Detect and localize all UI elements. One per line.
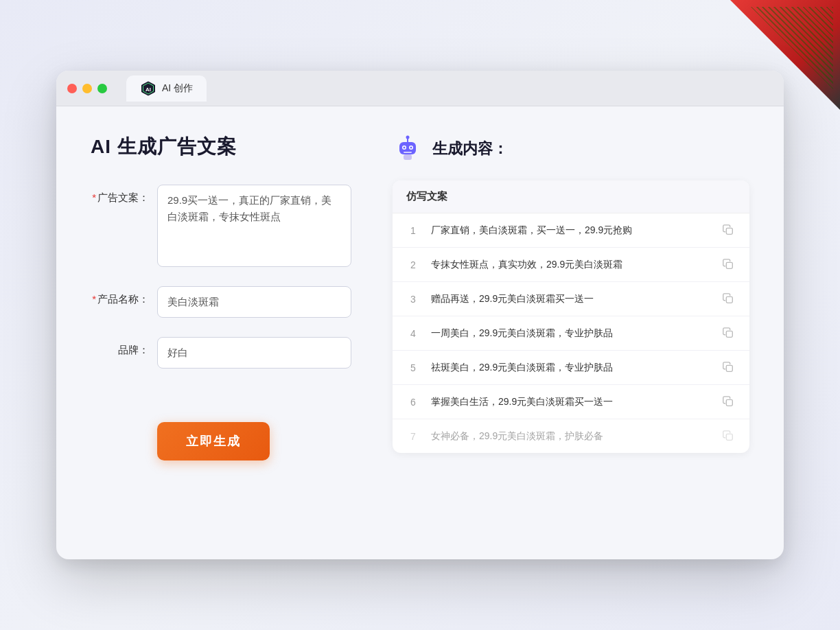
right-title: 生成内容： bbox=[432, 139, 508, 159]
robot-icon bbox=[393, 134, 423, 164]
maximize-button[interactable] bbox=[97, 84, 107, 93]
required-star-product: * bbox=[92, 293, 96, 305]
svg-point-4 bbox=[406, 136, 410, 139]
row-text: 祛斑美白，29.9元美白淡斑霜，专业护肤品 bbox=[431, 360, 711, 375]
brand-input[interactable] bbox=[157, 337, 351, 369]
copy-icon[interactable] bbox=[722, 292, 736, 306]
row-number: 2 bbox=[406, 259, 420, 270]
required-star: * bbox=[92, 191, 96, 203]
svg-rect-15 bbox=[726, 331, 732, 337]
ad-copy-input[interactable] bbox=[157, 185, 351, 267]
title-bar: AI AI 创作 bbox=[56, 71, 784, 106]
tab-title: AI 创作 bbox=[162, 82, 193, 95]
table-row: 1厂家直销，美白淡斑霜，买一送一，29.9元抢购 bbox=[393, 213, 749, 248]
svg-rect-13 bbox=[726, 262, 732, 268]
row-number: 4 bbox=[406, 328, 420, 339]
row-number: 6 bbox=[406, 397, 420, 408]
copy-icon[interactable] bbox=[722, 430, 736, 443]
svg-rect-18 bbox=[726, 434, 732, 440]
results-table: 仿写文案 1厂家直销，美白淡斑霜，买一送一，29.9元抢购 2专抹女性斑点，真实… bbox=[393, 180, 749, 453]
copy-icon[interactable] bbox=[722, 327, 736, 340]
svg-rect-10 bbox=[404, 152, 412, 153]
product-name-input[interactable] bbox=[157, 286, 351, 318]
product-name-label: *产品名称： bbox=[91, 286, 149, 306]
svg-rect-16 bbox=[726, 365, 732, 371]
ad-copy-label: *广告文案： bbox=[91, 185, 149, 205]
tab-ai-creation[interactable]: AI AI 创作 bbox=[126, 75, 207, 102]
close-button[interactable] bbox=[67, 84, 77, 93]
row-number: 1 bbox=[406, 225, 420, 236]
svg-rect-17 bbox=[726, 399, 732, 406]
browser-window: AI AI 创作 AI 生成广告文案 *广告文案： *产品名称： bbox=[56, 71, 784, 559]
table-row: 5祛斑美白，29.9元美白淡斑霜，专业护肤品 bbox=[393, 351, 749, 385]
row-text: 掌握美白生活，29.9元美白淡斑霜买一送一 bbox=[431, 395, 711, 409]
copy-icon[interactable] bbox=[722, 395, 736, 409]
row-text: 专抹女性斑点，真实功效，29.9元美白淡斑霜 bbox=[431, 257, 711, 272]
table-row: 7女神必备，29.9元美白淡斑霜，护肤必备 bbox=[393, 419, 749, 453]
traffic-lights bbox=[67, 84, 107, 93]
right-header: 生成内容： bbox=[393, 134, 749, 164]
left-panel: AI 生成广告文案 *广告文案： *产品名称： 品牌： 立即生成 bbox=[91, 134, 351, 532]
svg-rect-12 bbox=[726, 228, 732, 234]
table-row: 4一周美白，29.9元美白淡斑霜，专业护肤品 bbox=[393, 316, 749, 351]
svg-rect-11 bbox=[404, 154, 412, 160]
row-text: 厂家直销，美白淡斑霜，买一送一，29.9元抢购 bbox=[431, 223, 711, 237]
main-content: AI 生成广告文案 *广告文案： *产品名称： 品牌： 立即生成 bbox=[56, 106, 784, 559]
results-list: 1厂家直销，美白淡斑霜，买一送一，29.9元抢购 2专抹女性斑点，真实功效，29… bbox=[393, 213, 749, 453]
table-row: 3赠品再送，29.9元美白淡斑霜买一送一 bbox=[393, 282, 749, 316]
form-group-product-name: *产品名称： bbox=[91, 286, 351, 318]
row-number: 3 bbox=[406, 294, 420, 305]
svg-point-9 bbox=[410, 147, 412, 149]
copy-icon[interactable] bbox=[722, 258, 736, 272]
generate-button[interactable]: 立即生成 bbox=[157, 422, 270, 460]
table-header: 仿写文案 bbox=[393, 180, 749, 213]
svg-rect-14 bbox=[726, 296, 732, 303]
copy-icon[interactable] bbox=[722, 224, 736, 237]
svg-point-8 bbox=[404, 147, 406, 149]
row-number: 7 bbox=[406, 431, 420, 442]
row-number: 5 bbox=[406, 362, 420, 373]
table-row: 6掌握美白生活，29.9元美白淡斑霜买一送一 bbox=[393, 385, 749, 419]
row-text: 赠品再送，29.9元美白淡斑霜买一送一 bbox=[431, 292, 711, 306]
minimize-button[interactable] bbox=[82, 84, 92, 93]
form-group-ad-copy: *广告文案： bbox=[91, 185, 351, 267]
right-panel: 生成内容： 仿写文案 1厂家直销，美白淡斑霜，买一送一，29.9元抢购 2专抹女… bbox=[393, 134, 749, 532]
svg-text:AI: AI bbox=[145, 86, 151, 92]
table-row: 2专抹女性斑点，真实功效，29.9元美白淡斑霜 bbox=[393, 248, 749, 282]
form-group-brand: 品牌： bbox=[91, 337, 351, 369]
page-title: AI 生成广告文案 bbox=[91, 134, 351, 160]
ai-logo-icon: AI bbox=[140, 80, 156, 97]
brand-label: 品牌： bbox=[91, 337, 149, 357]
row-text: 女神必备，29.9元美白淡斑霜，护肤必备 bbox=[431, 429, 711, 443]
copy-icon[interactable] bbox=[722, 361, 736, 375]
row-text: 一周美白，29.9元美白淡斑霜，专业护肤品 bbox=[431, 326, 711, 340]
